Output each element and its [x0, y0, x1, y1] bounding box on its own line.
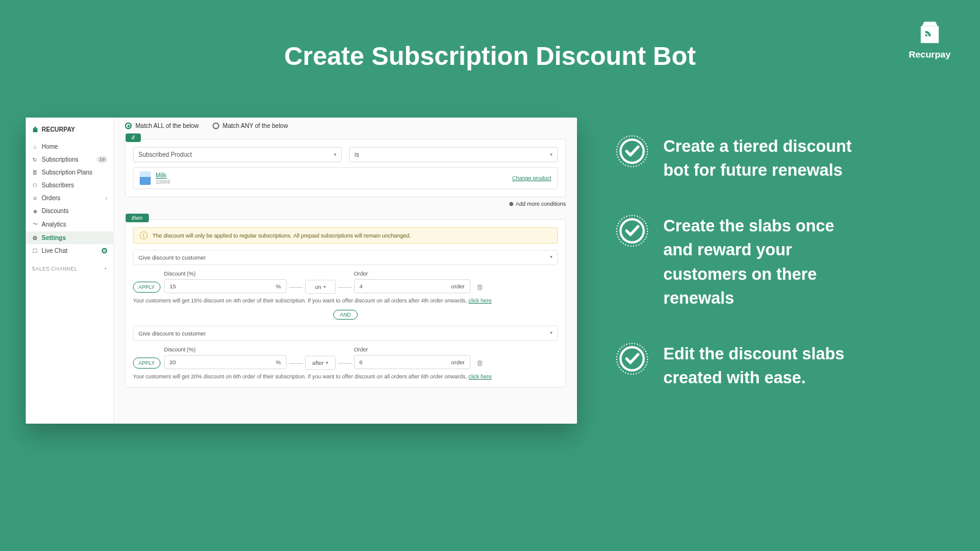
brand-name: Recurpay [909, 49, 951, 59]
nav-label: Settings [42, 234, 66, 241]
feature-text: Edit the discount slabs created with eas… [663, 342, 867, 390]
then-block: then ! The discount will only be applied… [125, 219, 566, 388]
nav-label: Orders [42, 195, 61, 201]
check-badge-icon [616, 135, 649, 168]
helper-text: Your customers will get 15% discount on … [133, 298, 558, 304]
sidebar-item-subscriptions[interactable]: ↻Subscriptions19 [26, 153, 113, 166]
if-tag: if [126, 133, 141, 142]
discount-slab: Give discount to customer▾ APPLY Discoun… [133, 326, 558, 380]
click-here-link[interactable]: click here [469, 298, 492, 304]
discount-input[interactable]: 15% [164, 279, 287, 293]
sidebar-item-orders[interactable]: ⤮Orders› [26, 192, 113, 204]
when-select[interactable]: after ▾ [305, 356, 336, 370]
discount-label: Discount (%) [164, 271, 287, 277]
sidebar-item-settings[interactable]: ⚙Settings [26, 231, 113, 244]
order-input[interactable]: 6order [354, 355, 470, 369]
sidebar: RECURPAY ⌂Home↻Subscriptions19≣Subscript… [26, 118, 114, 424]
nav-icon: ⤮ [32, 195, 38, 201]
nav-icon: ☐ [32, 248, 38, 254]
radio-off-icon [213, 122, 219, 129]
and-separator: AND [133, 310, 558, 320]
order-label: Order [354, 271, 470, 277]
condition-operator-select[interactable]: is▾ [349, 147, 558, 162]
sidebar-item-discounts[interactable]: ◈Discounts [26, 204, 113, 217]
sidebar-item-analytics[interactable]: 〜Analytics [26, 217, 113, 231]
apply-button[interactable]: APPLY [133, 282, 160, 293]
order-input[interactable]: 4order [354, 279, 470, 293]
nav-label: Analytics [42, 221, 66, 228]
apply-button[interactable]: APPLY [133, 358, 160, 369]
nav-icon: ⚙ [32, 235, 38, 241]
product-thumbnail [140, 171, 151, 185]
sidebar-item-live-chat[interactable]: ☐Live Chat [26, 244, 113, 257]
add-condition-button[interactable]: ⊕Add more conditions [125, 201, 566, 207]
sidebar-item-subscribers[interactable]: ⚇Subscribers [26, 179, 113, 192]
feature-item: Create a tiered discount bot for future … [616, 135, 867, 182]
sidebar-item-home[interactable]: ⌂Home [26, 140, 113, 153]
order-label: Order [354, 347, 470, 353]
click-here-link[interactable]: click here [469, 373, 492, 380]
feature-text: Create a tiered discount bot for future … [663, 135, 867, 182]
check-badge-icon [616, 214, 649, 247]
svg-point-1 [620, 140, 644, 163]
chevron-down-icon: ▾ [550, 254, 552, 261]
product-variant: 100ml [156, 179, 170, 185]
discount-slab: Give discount to customer▾ APPLY Discoun… [133, 250, 558, 304]
sales-channel-header: SALES CHANNEL+ [26, 257, 113, 274]
nav-label: Subscriptions [42, 156, 78, 163]
count-badge: 19 [97, 156, 107, 163]
nav-label: Discounts [42, 208, 69, 214]
when-select[interactable]: on ▾ [305, 280, 336, 294]
nav-icon: ≣ [32, 170, 38, 176]
discount-label: Discount (%) [164, 347, 287, 353]
chevron-right-icon: › [105, 195, 107, 201]
feature-text: Create the slabs once and reward your cu… [663, 214, 867, 310]
match-mode-row: Match ALL of the below Match ANY of the … [125, 122, 566, 129]
svg-point-5 [620, 347, 644, 370]
chevron-down-icon: ▾ [550, 152, 552, 157]
nav-label: Live Chat [42, 247, 67, 254]
if-block: if Subscribed Product▾ is▾ Milk 100ml Ch… [125, 139, 566, 197]
app-window: RECURPAY ⌂Home↻Subscriptions19≣Subscript… [26, 118, 577, 424]
discount-input[interactable]: 20% [164, 355, 287, 369]
nav-icon: 〜 [32, 220, 38, 228]
feature-item: Edit the discount slabs created with eas… [616, 342, 867, 390]
match-all-option[interactable]: Match ALL of the below [125, 122, 199, 129]
give-discount-select[interactable]: Give discount to customer▾ [133, 250, 558, 265]
trash-icon[interactable]: 🗑 [477, 283, 484, 291]
sidebar-brand: RECURPAY [26, 122, 113, 140]
check-badge-icon [616, 342, 649, 375]
nav-label: Home [42, 143, 58, 150]
trash-icon[interactable]: 🗑 [477, 359, 484, 367]
nav-icon: ⚇ [32, 182, 38, 189]
change-product-link[interactable]: Change product [512, 175, 551, 181]
product-name-link[interactable]: Milk [156, 172, 170, 179]
nav-icon: ⌂ [32, 144, 38, 150]
nav-icon: ◈ [32, 208, 38, 214]
match-any-option[interactable]: Match ANY of the below [213, 122, 288, 129]
give-discount-select[interactable]: Give discount to customer▾ [133, 326, 558, 341]
page-title: Create Subscription Discount Bot [0, 0, 980, 71]
sidebar-item-subscription-plans[interactable]: ≣Subscription Plans [26, 166, 113, 179]
helper-text: Your customers will get 20% discount on … [133, 373, 558, 380]
chevron-down-icon: ▾ [550, 330, 552, 337]
warning-notice: ! The discount will only be applied to r… [133, 227, 558, 244]
selected-product-row: Milk 100ml Change product [133, 167, 558, 189]
status-dot-icon [102, 248, 107, 253]
brand-logo: Recurpay [909, 18, 951, 59]
plus-icon[interactable]: + [104, 266, 107, 272]
warning-icon: ! [140, 231, 148, 239]
then-tag: then [126, 214, 149, 222]
bag-icon [32, 126, 39, 133]
nav-label: Subscribers [42, 182, 74, 189]
chevron-down-icon: ▾ [334, 152, 336, 157]
plus-icon: ⊕ [509, 201, 514, 207]
nav-label: Subscription Plans [42, 169, 92, 176]
radio-on-icon [125, 122, 132, 129]
nav-icon: ↻ [32, 157, 38, 163]
main-panel: Match ALL of the below Match ANY of the … [114, 118, 577, 424]
condition-field-select[interactable]: Subscribed Product▾ [133, 147, 342, 162]
feature-item: Create the slabs once and reward your cu… [616, 214, 867, 310]
svg-point-3 [620, 219, 644, 242]
shopping-bag-icon [916, 18, 943, 45]
